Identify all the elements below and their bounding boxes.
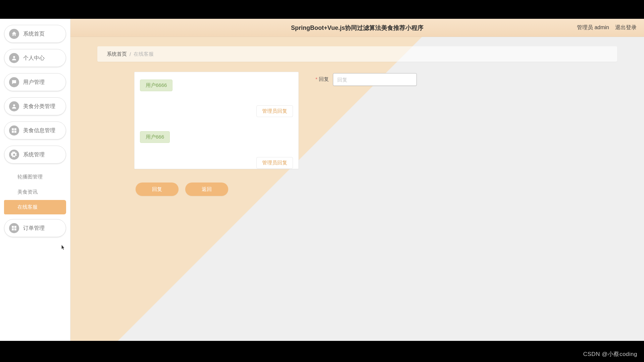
svg-rect-9	[14, 228, 16, 230]
sidebar-item-profile[interactable]: 个人中心	[4, 49, 66, 67]
chat-message-user: 用户666	[140, 131, 293, 143]
action-buttons: 回复 返回	[134, 183, 302, 196]
svg-rect-8	[12, 228, 14, 230]
content-row: 用户6666 管理员回复 用户666 管理员回复 回复 返回	[134, 72, 617, 196]
breadcrumb-separator: /	[130, 51, 131, 57]
sidebar-item-food-category[interactable]: 美食分类管理	[4, 97, 66, 115]
sidebar-item-label: 美食信息管理	[23, 127, 61, 134]
chat-bubble: 管理员回复	[256, 105, 293, 117]
user-label[interactable]: 管理员 admin	[577, 24, 609, 31]
grid-icon	[9, 125, 19, 136]
chat-message-admin: 管理员回复	[140, 105, 293, 117]
chat-message-user: 用户6666	[140, 80, 293, 91]
sidebar-item-label: 用户管理	[23, 79, 61, 86]
svg-rect-3	[14, 128, 16, 130]
sidebar-item-label: 订单管理	[23, 225, 61, 232]
reply-form: *回复	[315, 72, 417, 86]
sidebar-sub-service[interactable]: 在线客服	[4, 200, 66, 214]
reply-label: *回复	[315, 73, 329, 85]
chat-icon	[9, 77, 19, 87]
chat-history[interactable]: 用户6666 管理员回复 用户666 管理员回复	[134, 72, 299, 169]
topbar: SpringBoot+Vue.js协同过滤算法美食推荐小程序 管理员 admin…	[70, 19, 644, 37]
svg-point-1	[13, 104, 15, 106]
reply-button[interactable]: 回复	[136, 183, 179, 196]
chat-bubble: 用户6666	[140, 80, 172, 91]
svg-rect-4	[12, 131, 14, 133]
chat-message-admin: 管理员回复	[140, 157, 293, 169]
reply-label-text: 回复	[319, 76, 329, 82]
breadcrumb: 系统首页 / 在线客服	[97, 46, 617, 62]
sidebar-item-system[interactable]: 系统管理	[4, 146, 66, 164]
chat-column: 用户6666 管理员回复 用户666 管理员回复 回复 返回	[134, 72, 302, 196]
breadcrumb-home[interactable]: 系统首页	[107, 51, 127, 57]
sidebar-sub-carousel[interactable]: 轮播图管理	[4, 170, 66, 184]
sidebar-item-label: 系统首页	[23, 31, 61, 38]
back-button[interactable]: 返回	[185, 183, 228, 196]
topbar-right: 管理员 admin 退出登录	[577, 24, 637, 31]
user-icon	[9, 101, 19, 111]
breadcrumb-current: 在线客服	[134, 51, 154, 57]
chat-bubble: 管理员回复	[256, 157, 293, 169]
sidebar-item-label: 美食分类管理	[23, 103, 61, 110]
svg-rect-5	[14, 131, 16, 133]
sidebar: 系统首页 个人中心 用户管理 美食分类管理 美食信息管理	[0, 19, 70, 341]
user-icon	[9, 53, 19, 63]
required-mark: *	[315, 76, 317, 82]
sidebar-item-label: 系统管理	[23, 151, 61, 158]
app-window: 系统首页 个人中心 用户管理 美食分类管理 美食信息管理	[0, 19, 644, 341]
main-area: 系统首页 / 在线客服 用户6666 管理员回复 用户666 管理员回复	[70, 37, 644, 341]
sidebar-sub-news[interactable]: 美食资讯	[4, 185, 66, 199]
sidebar-item-users[interactable]: 用户管理	[4, 73, 66, 91]
sidebar-item-food-info[interactable]: 美食信息管理	[4, 121, 66, 140]
chat-bubble: 用户666	[140, 131, 170, 143]
svg-rect-6	[12, 226, 14, 228]
logout-link[interactable]: 退出登录	[615, 24, 637, 31]
svg-rect-2	[12, 128, 14, 130]
sidebar-item-label: 个人中心	[23, 55, 61, 62]
gear-icon	[9, 150, 19, 160]
home-icon	[9, 29, 19, 39]
reply-input[interactable]	[333, 73, 417, 86]
watermark: CSDN @小蔡coding	[583, 350, 637, 358]
sidebar-item-home[interactable]: 系统首页	[4, 25, 66, 43]
page-title: SpringBoot+Vue.js协同过滤算法美食推荐小程序	[291, 24, 424, 32]
svg-point-0	[13, 56, 15, 58]
svg-rect-7	[14, 226, 16, 228]
grid-icon	[9, 223, 19, 233]
sidebar-item-orders[interactable]: 订单管理	[4, 219, 66, 237]
